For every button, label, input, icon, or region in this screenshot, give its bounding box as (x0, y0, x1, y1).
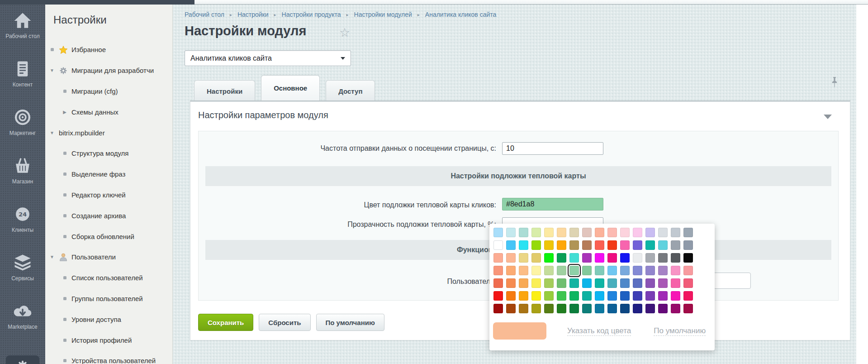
breadcrumb-item[interactable]: Рабочий стол (185, 11, 224, 18)
color-swatch[interactable] (645, 228, 655, 237)
color-swatch[interactable] (531, 228, 541, 237)
default-color-link[interactable]: По умолчанию (654, 326, 706, 336)
tree-item-5[interactable]: ▼bitrix.mpbuilder (45, 122, 172, 143)
tab-settings[interactable]: Настройки (194, 80, 255, 101)
color-swatch[interactable] (519, 266, 528, 275)
color-swatch[interactable] (595, 291, 604, 301)
tree-item-13[interactable]: Группы пользователей (45, 288, 172, 309)
color-swatch[interactable] (506, 266, 516, 275)
color-swatch[interactable] (544, 266, 554, 275)
color-swatch[interactable] (506, 240, 516, 250)
color-swatch[interactable] (683, 240, 693, 250)
color-swatch[interactable] (607, 240, 617, 250)
color-swatch[interactable] (582, 253, 592, 263)
sidebar-item-1[interactable]: Рабочий стол (0, 5, 45, 53)
color-swatch[interactable] (645, 266, 655, 275)
color-swatch[interactable] (683, 253, 693, 263)
color-swatch[interactable] (506, 291, 516, 301)
color-swatch[interactable] (493, 291, 503, 301)
default-button[interactable]: По умолчанию (316, 314, 384, 331)
tree-item-3[interactable]: Миграции (cfg) (45, 81, 172, 102)
color-swatch[interactable] (493, 278, 503, 288)
color-swatch-selected[interactable] (569, 266, 579, 275)
color-swatch[interactable] (493, 266, 503, 275)
color-swatch[interactable] (506, 228, 516, 237)
color-swatch[interactable] (607, 253, 617, 263)
color-swatch[interactable] (582, 228, 592, 237)
color-swatch[interactable] (645, 304, 655, 313)
color-swatch[interactable] (557, 291, 566, 301)
color-swatch[interactable] (493, 240, 503, 250)
color-swatch[interactable] (620, 266, 630, 275)
frequency-input[interactable] (502, 142, 603, 155)
tree-item-8[interactable]: Редактор ключей (45, 185, 172, 206)
color-swatch[interactable] (531, 278, 541, 288)
breadcrumb-item[interactable]: Аналитика кликов сайта (425, 11, 497, 18)
color-swatch[interactable] (683, 228, 693, 237)
color-swatch[interactable] (493, 253, 503, 263)
color-swatch[interactable] (607, 228, 617, 237)
color-swatch[interactable] (544, 253, 554, 263)
color-swatch[interactable] (633, 266, 642, 275)
tree-item-11[interactable]: ▼Пользователи (45, 247, 172, 268)
color-swatch[interactable] (595, 240, 604, 250)
color-swatch[interactable] (519, 240, 528, 250)
color-swatch[interactable] (506, 253, 516, 263)
color-swatch[interactable] (607, 278, 617, 288)
color-swatch[interactable] (658, 304, 668, 313)
color-swatch[interactable] (519, 291, 528, 301)
color-swatch[interactable] (557, 228, 566, 237)
tree-item-6[interactable]: Структура модуля (45, 143, 172, 164)
tree-item-16[interactable]: Устройства пользователей (45, 350, 172, 364)
breadcrumb-item[interactable]: Настройки продукта (282, 11, 341, 18)
chevron-expanded-icon[interactable]: ▼ (49, 254, 55, 259)
tree-item-1[interactable]: Избранное (45, 39, 172, 60)
tree-item-14[interactable]: Уровни доступа (45, 309, 172, 330)
color-swatch[interactable] (633, 228, 642, 237)
color-swatch[interactable] (531, 240, 541, 250)
color-swatch[interactable] (671, 240, 680, 250)
collapse-section-icon[interactable] (824, 115, 832, 119)
color-swatch[interactable] (569, 291, 579, 301)
color-swatch[interactable] (683, 291, 693, 301)
sidebar-item-5[interactable]: 24Клиенты (0, 198, 45, 247)
reset-button[interactable]: Сбросить (259, 314, 310, 331)
color-swatch[interactable] (645, 240, 655, 250)
color-swatch[interactable] (519, 278, 528, 288)
color-swatch[interactable] (506, 278, 516, 288)
tab-main[interactable]: Основное (261, 75, 320, 101)
breadcrumb-item[interactable]: Настройки модулей (354, 11, 412, 18)
breadcrumb-item[interactable]: Настройки (237, 11, 269, 18)
color-swatch[interactable] (531, 291, 541, 301)
color-swatch[interactable] (595, 266, 604, 275)
tree-item-7[interactable]: Выделение фраз (45, 164, 172, 185)
color-swatch[interactable] (645, 291, 655, 301)
color-swatch[interactable] (544, 278, 554, 288)
color-swatch[interactable] (620, 240, 630, 250)
color-swatch[interactable] (658, 240, 668, 250)
color-swatch[interactable] (658, 291, 668, 301)
color-swatch[interactable] (595, 253, 604, 263)
color-swatch[interactable] (671, 278, 680, 288)
color-swatch[interactable] (582, 278, 592, 288)
color-swatch[interactable] (544, 240, 554, 250)
color-swatch[interactable] (582, 240, 592, 250)
color-swatch[interactable] (557, 253, 566, 263)
color-swatch[interactable] (519, 253, 528, 263)
color-swatch[interactable] (671, 228, 680, 237)
sidebar-item-7[interactable]: Marketplace (0, 295, 45, 344)
color-swatch[interactable] (531, 304, 541, 313)
color-swatch[interactable] (569, 253, 579, 263)
color-swatch[interactable] (569, 304, 579, 313)
color-swatch[interactable] (633, 253, 642, 263)
color-swatch[interactable] (595, 278, 604, 288)
pin-icon[interactable] (830, 76, 840, 88)
color-swatch[interactable] (658, 266, 668, 275)
enter-color-code-link[interactable]: Указать код цвета (567, 326, 631, 336)
sidebar-item-4[interactable]: Магазин (0, 150, 45, 198)
color-swatch[interactable] (683, 304, 693, 313)
color-swatch[interactable] (658, 228, 668, 237)
color-swatch[interactable] (582, 291, 592, 301)
color-swatch[interactable] (633, 304, 642, 313)
tree-item-10[interactable]: Сборка обновлений (45, 226, 172, 247)
